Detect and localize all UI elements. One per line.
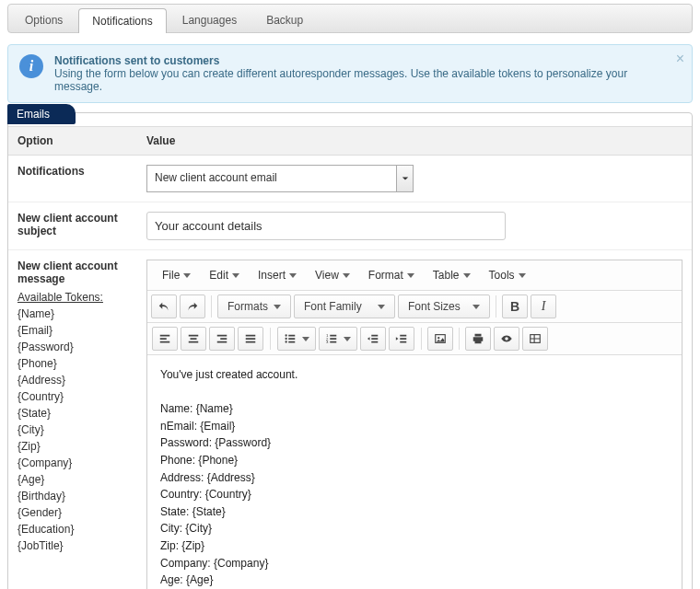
row-notifications: Notifications New client account email xyxy=(8,156,692,202)
svg-point-0 xyxy=(285,334,286,336)
token-item: {State} xyxy=(18,407,51,420)
editor-toolbar-1: Formats Font Family Font Sizes B I xyxy=(147,291,682,323)
editor-toolbar-2: 123 xyxy=(147,323,682,355)
svg-point-7 xyxy=(438,337,439,339)
token-item: {Birthday} xyxy=(18,490,65,502)
info-body: Using the form below you can create diff… xyxy=(54,67,627,93)
chevron-down-icon xyxy=(378,305,385,309)
menu-view[interactable]: View xyxy=(306,264,359,286)
align-left-button[interactable] xyxy=(152,327,178,351)
tab-languages[interactable]: Languages xyxy=(169,7,251,32)
menu-edit[interactable]: Edit xyxy=(200,264,249,286)
chevron-down-icon xyxy=(274,305,281,309)
italic-button[interactable]: I xyxy=(531,294,556,318)
token-item: {Age} xyxy=(18,473,44,486)
tab-backup[interactable]: Backup xyxy=(252,7,317,32)
chevron-down-icon xyxy=(519,273,526,278)
notifications-select[interactable]: New client account email xyxy=(146,165,414,192)
settings-table: Option Value Notifications New client ac… xyxy=(8,126,692,589)
row-message: New client account message Available Tok… xyxy=(8,250,692,590)
notifications-select-value: New client account email xyxy=(147,166,396,191)
chevron-down-icon xyxy=(232,273,239,278)
row-subject: New client account subject xyxy=(8,202,692,250)
formats-dropdown[interactable]: Formats xyxy=(217,294,291,318)
chevron-down-icon xyxy=(396,166,413,191)
emails-panel: Emails Option Value Notifications New cl… xyxy=(7,112,693,589)
settings-tabbar: Options Notifications Languages Backup xyxy=(7,4,693,33)
image-button[interactable] xyxy=(427,327,453,351)
token-item: {Address} xyxy=(18,374,65,387)
redo-button[interactable] xyxy=(180,294,205,318)
align-justify-button[interactable] xyxy=(238,327,263,351)
tokens-list: Available Tokens: {Name}{Email}{Password… xyxy=(18,289,128,554)
numbered-list-button[interactable]: 123 xyxy=(319,327,357,351)
tab-notifications[interactable]: Notifications xyxy=(78,8,166,33)
token-item: {Education} xyxy=(18,523,74,536)
svg-point-1 xyxy=(285,338,286,340)
outdent-button[interactable] xyxy=(360,327,386,351)
chevron-down-icon xyxy=(302,337,309,341)
token-item: {Country} xyxy=(18,390,64,403)
editor-menubar: File Edit Insert View Format Table Tools xyxy=(147,260,682,291)
token-item: {Phone} xyxy=(18,357,57,370)
menu-insert[interactable]: Insert xyxy=(249,264,306,286)
print-button[interactable] xyxy=(465,327,491,351)
panel-title: Emails xyxy=(7,104,76,124)
chevron-down-icon xyxy=(407,273,414,278)
menu-format[interactable]: Format xyxy=(359,264,424,286)
chevron-down-icon xyxy=(344,337,351,341)
font-sizes-dropdown[interactable]: Font Sizes xyxy=(398,294,490,318)
info-icon: i xyxy=(19,54,43,78)
token-item: {Name} xyxy=(18,307,54,320)
subject-input[interactable] xyxy=(146,212,506,240)
token-item: {Zip} xyxy=(18,440,41,453)
close-icon[interactable]: × xyxy=(676,51,684,67)
menu-tools[interactable]: Tools xyxy=(480,264,535,286)
chevron-down-icon xyxy=(343,273,350,278)
editor-content[interactable]: You've just created account. Name: {Name… xyxy=(147,355,682,589)
align-center-button[interactable] xyxy=(181,327,206,351)
svg-point-2 xyxy=(285,341,286,342)
col-option: Option xyxy=(8,127,137,156)
token-item: {Gender} xyxy=(18,506,62,519)
rich-text-editor: File Edit Insert View Format Table Tools xyxy=(146,260,682,589)
chevron-down-icon xyxy=(463,273,471,278)
label-message: New client account message Available Tok… xyxy=(8,250,137,590)
token-item: {Company} xyxy=(18,456,72,469)
chevron-down-icon xyxy=(472,305,480,309)
font-family-dropdown[interactable]: Font Family xyxy=(294,294,395,318)
chevron-down-icon xyxy=(289,273,297,278)
align-right-button[interactable] xyxy=(209,327,235,351)
tokens-heading: Available Tokens: xyxy=(18,291,103,304)
menu-file[interactable]: File xyxy=(153,264,200,286)
svg-text:3: 3 xyxy=(326,340,329,344)
fullscreen-button[interactable] xyxy=(522,327,548,351)
token-item: {City} xyxy=(18,423,44,436)
preview-button[interactable] xyxy=(494,327,519,351)
info-banner: i × Notifications sent to customers Usin… xyxy=(7,44,693,103)
bold-button[interactable]: B xyxy=(502,294,528,318)
indent-button[interactable] xyxy=(389,327,414,351)
tab-options[interactable]: Options xyxy=(11,7,76,32)
bullet-list-button[interactable] xyxy=(277,327,316,351)
col-value: Value xyxy=(137,127,692,156)
chevron-down-icon xyxy=(183,273,191,278)
undo-button[interactable] xyxy=(151,294,177,318)
label-subject: New client account subject xyxy=(8,202,137,250)
token-item: {JobTitle} xyxy=(18,539,64,552)
token-item: {Email} xyxy=(18,324,52,337)
label-notifications: Notifications xyxy=(8,156,137,202)
menu-table[interactable]: Table xyxy=(424,264,480,286)
token-item: {Password} xyxy=(18,341,74,353)
info-title: Notifications sent to customers xyxy=(54,54,219,67)
